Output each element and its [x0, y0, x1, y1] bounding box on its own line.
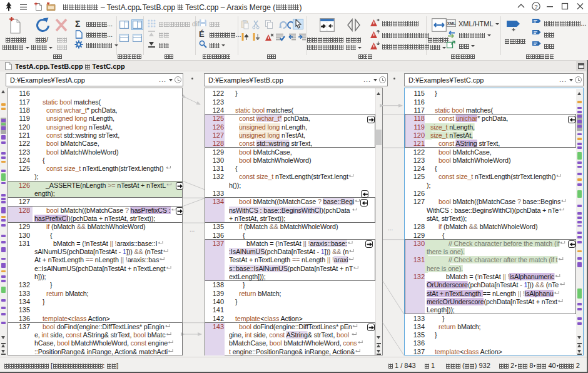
svg-text:?: ?	[534, 3, 537, 10]
svg-text:XML: XML	[447, 21, 456, 26]
svg-text:...: ...	[388, 225, 393, 232]
svg-text:...: ...	[190, 226, 195, 233]
